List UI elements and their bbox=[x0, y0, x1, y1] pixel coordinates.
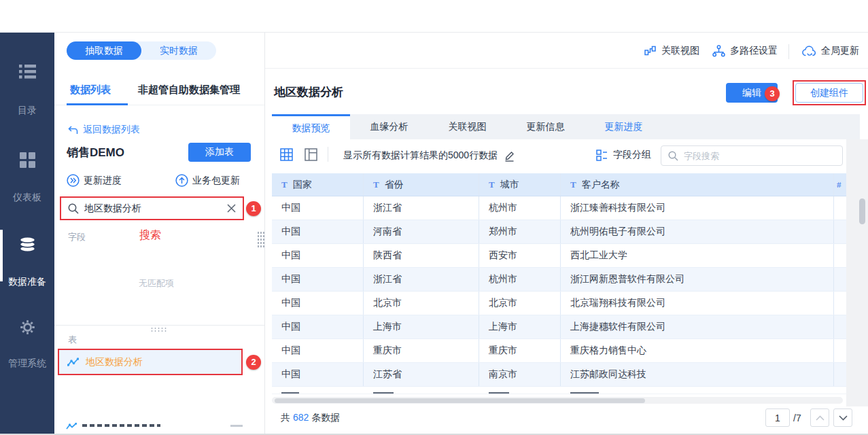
main-header-divider bbox=[265, 68, 868, 69]
clear-search-icon[interactable] bbox=[227, 204, 236, 213]
column-header-country[interactable]: T国家 bbox=[272, 173, 364, 196]
sidebar-item-admin-system[interactable]: 管理系统 bbox=[0, 349, 54, 370]
previous-page-button[interactable] bbox=[810, 408, 829, 427]
tab-realtime-data[interactable]: 实时数据 bbox=[141, 41, 216, 60]
cell-partial bbox=[834, 220, 846, 243]
tab-relation-view[interactable]: 关联视图 bbox=[428, 114, 506, 139]
active-tab-underline bbox=[67, 103, 128, 105]
layout-view-icon[interactable] bbox=[305, 148, 317, 161]
cell-province: 河南省 bbox=[364, 220, 479, 243]
database-icon bbox=[19, 237, 36, 252]
create-component-button[interactable]: 创建组件 bbox=[795, 83, 863, 103]
horizontal-scrollbar[interactable] bbox=[275, 398, 645, 403]
table-row[interactable]: 中国 浙江省 杭州市 浙江臻善科技有限公司 bbox=[272, 196, 846, 220]
topbar bbox=[0, 0, 868, 33]
cell-province: 北京市 bbox=[364, 292, 479, 315]
cloud-refresh-icon bbox=[802, 46, 816, 57]
tab-extract-data[interactable]: 抽取数据 bbox=[67, 41, 141, 60]
table-item-region-analysis[interactable]: 地区数据分析 bbox=[58, 349, 243, 375]
update-progress-link[interactable]: 更新进度 bbox=[67, 174, 122, 187]
next-page-button[interactable] bbox=[833, 408, 852, 427]
vertical-scrollbar[interactable] bbox=[859, 198, 865, 224]
column-header-partial[interactable]: # bbox=[834, 173, 846, 196]
column-header-customer[interactable]: T客户名称 bbox=[561, 173, 834, 196]
table-row[interactable]: 中国 浙江省 杭州市 浙江网新恩普软件有限公司 bbox=[272, 268, 846, 292]
cell-city: 上海市 bbox=[479, 315, 561, 338]
gear-icon bbox=[20, 319, 35, 335]
package-update-label: 业务包更新 bbox=[192, 175, 240, 187]
tab-data-preview[interactable]: 数据预览 bbox=[272, 114, 350, 139]
field-group-label: 字段分组 bbox=[613, 149, 651, 161]
column-header-province[interactable]: T省份 bbox=[364, 173, 479, 196]
text-type-icon: T bbox=[489, 179, 495, 190]
cell-country: 中国 bbox=[272, 244, 364, 267]
panel-resize-handle[interactable] bbox=[257, 231, 265, 249]
grid-view-icon[interactable] bbox=[280, 148, 293, 161]
table-row[interactable]: 中国 重庆市 重庆市 重庆格力销售中心 bbox=[272, 339, 846, 363]
sidebar-item-data-preparation[interactable]: 数据准备 bbox=[0, 268, 54, 288]
cell-city: 杭州市 bbox=[479, 268, 561, 291]
tab-lineage-analysis[interactable]: 血缘分析 bbox=[350, 114, 428, 139]
cell-customer: 上海捷穗软件有限公司 bbox=[561, 315, 834, 338]
tables-section-label: 表 bbox=[68, 334, 77, 346]
multipath-settings-action[interactable]: 多路径设置 bbox=[712, 45, 778, 57]
tab-update-info[interactable]: 更新信息 bbox=[506, 114, 585, 139]
fields-section-label: 字段 bbox=[68, 231, 86, 243]
cell-city: 西安市 bbox=[479, 244, 561, 267]
dataset-tabbar: 数据预览 血缘分析 关联视图 更新信息 更新进度 bbox=[272, 114, 860, 139]
row-limit-text: 显示所有数据计算结果的5000行数据 bbox=[343, 150, 498, 162]
add-table-button[interactable]: 添加表 bbox=[188, 143, 251, 162]
relation-view-action[interactable]: 关联视图 bbox=[644, 45, 699, 57]
table-row[interactable]: 中国 河南省 郑州市 杭州明佑电子有限公司 bbox=[272, 220, 846, 244]
section-drag-handle[interactable] bbox=[150, 327, 167, 332]
edit-row-limit-pencil-icon[interactable] bbox=[504, 150, 515, 162]
sidebar-label: 管理系统 bbox=[0, 358, 54, 370]
page-number-input[interactable] bbox=[765, 408, 790, 427]
cell-partial bbox=[834, 268, 846, 291]
table-row[interactable]: 中国 江苏省 南京市 江苏邮政同达科技 bbox=[272, 363, 846, 387]
field-group-control[interactable]: 字段分组 bbox=[596, 149, 651, 161]
table-header-row: T国家 T省份 T城市 T客户名称 # bbox=[272, 173, 846, 196]
total-suffix: 条数据 bbox=[311, 412, 340, 423]
cell-city: 郑州市 bbox=[479, 220, 561, 243]
cell-province: 陕西省 bbox=[364, 244, 479, 267]
tab-data-list[interactable]: 数据列表 bbox=[70, 84, 111, 97]
tab-non-admin-dataset[interactable]: 非超管自助数据集管理 bbox=[138, 84, 240, 97]
global-update-action[interactable]: 全局更新 bbox=[802, 45, 859, 57]
back-to-data-list-link[interactable]: 返回数据列表 bbox=[68, 124, 140, 136]
package-title: 销售DEMO bbox=[67, 145, 124, 160]
cell-country: 中国 bbox=[272, 315, 364, 338]
update-progress-icon bbox=[67, 174, 80, 187]
table-row[interactable]: 中国 陕西省 西安市 西北工业大学 bbox=[272, 244, 846, 268]
row-limit-info: 显示所有数据计算结果的5000行数据 bbox=[343, 150, 515, 162]
sidebar-label: 目录 bbox=[0, 105, 54, 117]
column-header-city[interactable]: T城市 bbox=[479, 173, 561, 196]
multipath-tree-icon bbox=[712, 45, 725, 57]
toolbar-divider bbox=[328, 147, 328, 162]
table-search-input[interactable] bbox=[84, 203, 222, 214]
row-count-summary: 共 682 条数据 bbox=[281, 412, 340, 424]
table-row[interactable]: 中国 上海市 上海市 上海捷穗软件有限公司 bbox=[272, 315, 846, 339]
back-link-label: 返回数据列表 bbox=[83, 124, 140, 136]
back-arrow-icon bbox=[68, 126, 78, 135]
relation-view-icon bbox=[644, 46, 657, 57]
annotation-box-create: 创建组件 bbox=[793, 80, 866, 105]
cell-country: 中国 bbox=[272, 339, 364, 362]
package-update-link[interactable]: 业务包更新 bbox=[175, 174, 240, 187]
sidebar-item-dashboard[interactable]: 仪表板 bbox=[0, 184, 54, 204]
cell-partial bbox=[834, 292, 846, 315]
sidebar-item-directory[interactable]: 目录 bbox=[0, 97, 54, 117]
multipath-settings-label: 多路径设置 bbox=[730, 45, 778, 57]
cell-country: 中国 bbox=[272, 268, 364, 291]
tab-update-progress[interactable]: 更新进度 bbox=[585, 114, 663, 139]
chart-line-icon bbox=[67, 358, 79, 367]
search-icon bbox=[668, 151, 678, 161]
cell-city: 南京市 bbox=[479, 363, 561, 386]
cell-customer: 江苏邮政同达科技 bbox=[561, 363, 834, 386]
right-gutter bbox=[846, 139, 868, 406]
field-search-input[interactable] bbox=[684, 151, 835, 161]
table-row[interactable]: 中国 北京市 北京市 北京瑞翔科技有限公司 bbox=[272, 292, 846, 315]
cell-country: 中国 bbox=[272, 220, 364, 243]
table-item-label: 地区数据分析 bbox=[86, 356, 143, 368]
dashboard-grid-icon bbox=[20, 152, 35, 168]
